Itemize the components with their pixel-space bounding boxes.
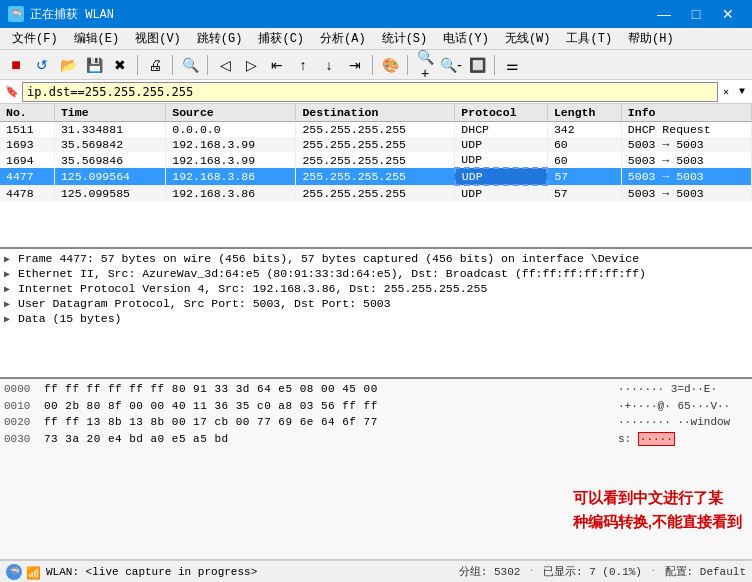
hex-row: 0020 ff ff 13 8b 13 8b 00 17 cb 00 77 69…	[4, 414, 748, 431]
minimize-button[interactable]: —	[648, 0, 680, 28]
goto-next-button[interactable]: ↓	[317, 53, 341, 77]
profile: 配置: Default	[665, 564, 746, 579]
hex-row: 0030 73 3a 20 e4 bd a0 e5 a5 bd s: ·····	[4, 431, 748, 448]
window-controls: — □ ✕	[648, 0, 744, 28]
detail-text-0: Frame 4477: 57 bytes on wire (456 bits),…	[18, 252, 748, 265]
packet-table: No. Time Source Destination Protocol Len…	[0, 104, 752, 201]
toolbar: ■ ↺ 📂 💾 ✖ 🖨 🔍 ◁ ▷ ⇤ ↑ ↓ ⇥ 🎨 🔍+ 🔍- 🔲 ⚌	[0, 50, 752, 80]
toolbar-separator-3	[207, 55, 208, 75]
goto-prev-button[interactable]: ↑	[291, 53, 315, 77]
hex-offset: 0030	[4, 431, 44, 448]
find-button[interactable]: 🔍	[178, 53, 202, 77]
status-icon: 🦈	[6, 564, 22, 580]
wifi-icon: 📶	[26, 566, 42, 578]
colorize-button[interactable]: 🎨	[378, 53, 402, 77]
menu-wireless[interactable]: 无线(W)	[497, 28, 559, 49]
detail-arrow-1: ▶	[4, 268, 18, 280]
col-protocol[interactable]: Protocol	[455, 104, 548, 122]
zoom-out-button[interactable]: 🔍-	[439, 53, 463, 77]
detail-item[interactable]: ▶Frame 4477: 57 bytes on wire (456 bits)…	[0, 251, 752, 266]
detail-text-4: Data (15 bytes)	[18, 312, 748, 325]
hex-pane: 0000 ff ff ff ff ff ff 80 91 33 3d 64 e5…	[0, 379, 752, 560]
menu-capture[interactable]: 捕获(C)	[250, 28, 312, 49]
detail-text-3: User Datagram Protocol, Src Port: 5003, …	[18, 297, 748, 310]
menu-edit[interactable]: 编辑(E)	[66, 28, 128, 49]
save-button[interactable]: 💾	[82, 53, 106, 77]
close-file-button[interactable]: ✖	[108, 53, 132, 77]
hex-ascii: ······· 3=d··E·	[608, 381, 748, 398]
hex-row: 0010 00 2b 80 8f 00 00 40 11 36 35 c0 a8…	[4, 398, 748, 415]
status-divider-1: ·	[528, 564, 535, 579]
app-icon: 🦈	[8, 6, 24, 22]
status-right: 分组: 5302 · 已显示: 7 (0.1%) · 配置: Default	[459, 564, 746, 579]
menu-analyze[interactable]: 分析(A)	[312, 28, 374, 49]
packet-list[interactable]: No. Time Source Destination Protocol Len…	[0, 104, 752, 249]
table-row[interactable]: 169435.569846192.168.3.99255.255.255.255…	[0, 152, 752, 168]
table-row[interactable]: 4478125.099585192.168.3.86255.255.255.25…	[0, 185, 752, 201]
print-button[interactable]: 🖨	[143, 53, 167, 77]
filter-clear-button[interactable]: ✕	[718, 82, 734, 102]
hex-bytes: 73 3a 20 e4 bd a0 e5 a5 bd	[44, 431, 608, 448]
col-source[interactable]: Source	[166, 104, 296, 122]
detail-arrow-2: ▶	[4, 283, 18, 295]
hex-row: 0000 ff ff ff ff ff ff 80 91 33 3d 64 e5…	[4, 381, 748, 398]
menu-goto[interactable]: 跳转(G)	[189, 28, 251, 49]
hex-ascii: s: ·····	[608, 431, 748, 448]
table-row[interactable]: 169335.569842192.168.3.99255.255.255.255…	[0, 137, 752, 152]
zoom-reset-button[interactable]: 🔲	[465, 53, 489, 77]
menu-help[interactable]: 帮助(H)	[620, 28, 682, 49]
col-no[interactable]: No.	[0, 104, 54, 122]
zoom-in-button[interactable]: 🔍+	[413, 53, 437, 77]
col-destination[interactable]: Destination	[296, 104, 455, 122]
resize-columns-button[interactable]: ⚌	[500, 53, 524, 77]
goto-last-button[interactable]: ⇥	[343, 53, 367, 77]
toolbar-separator-6	[494, 55, 495, 75]
menu-phone[interactable]: 电话(Y)	[435, 28, 497, 49]
back-button[interactable]: ◁	[213, 53, 237, 77]
toolbar-separator-1	[137, 55, 138, 75]
toolbar-separator-2	[172, 55, 173, 75]
detail-pane: ▶Frame 4477: 57 bytes on wire (456 bits)…	[0, 249, 752, 379]
detail-arrow-4: ▶	[4, 313, 18, 325]
detail-item[interactable]: ▶Data (15 bytes)	[0, 311, 752, 326]
status-divider-2: ·	[650, 564, 657, 579]
detail-item[interactable]: ▶Internet Protocol Version 4, Src: 192.1…	[0, 281, 752, 296]
table-row[interactable]: 4477125.099564192.168.3.86255.255.255.25…	[0, 168, 752, 185]
table-row[interactable]: 151131.3348810.0.0.0255.255.255.255DHCP3…	[0, 122, 752, 138]
filter-icon: 🔖	[2, 82, 22, 102]
menu-stats[interactable]: 统计(S)	[374, 28, 436, 49]
hex-bytes: 00 2b 80 8f 00 00 40 11 36 35 c0 a8 03 5…	[44, 398, 608, 415]
hex-offset: 0000	[4, 381, 44, 398]
menu-file[interactable]: 文件(F)	[4, 28, 66, 49]
detail-item[interactable]: ▶User Datagram Protocol, Src Port: 5003,…	[0, 296, 752, 311]
close-button[interactable]: ✕	[712, 0, 744, 28]
maximize-button[interactable]: □	[680, 0, 712, 28]
hex-ascii: ········ ··window	[608, 414, 748, 431]
annotation: 可以看到中文进行了某 种编码转换,不能直接看到	[573, 486, 742, 534]
hex-ascii: ·+····@· 65···V··	[608, 398, 748, 415]
filter-bar: 🔖 ✕ ▼	[0, 80, 752, 104]
displayed-count: 已显示: 7 (0.1%)	[543, 564, 642, 579]
menu-tools[interactable]: 工具(T)	[558, 28, 620, 49]
detail-text-2: Internet Protocol Version 4, Src: 192.16…	[18, 282, 748, 295]
col-time[interactable]: Time	[54, 104, 165, 122]
toolbar-separator-5	[407, 55, 408, 75]
detail-arrow-0: ▶	[4, 253, 18, 265]
filter-input[interactable]	[22, 82, 718, 102]
restart-button[interactable]: ↺	[30, 53, 54, 77]
col-info[interactable]: Info	[621, 104, 751, 122]
status-bar: 🦈 📶 WLAN: <live capture in progress> 分组:…	[0, 560, 752, 582]
stop-capture-button[interactable]: ■	[4, 53, 28, 77]
open-file-button[interactable]: 📂	[56, 53, 80, 77]
menu-bar: 文件(F) 编辑(E) 视图(V) 跳转(G) 捕获(C) 分析(A) 统计(S…	[0, 28, 752, 50]
title-bar: 🦈 正在捕获 WLAN — □ ✕	[0, 0, 752, 28]
forward-button[interactable]: ▷	[239, 53, 263, 77]
toolbar-separator-4	[372, 55, 373, 75]
window-title: 正在捕获 WLAN	[30, 6, 114, 23]
col-length[interactable]: Length	[547, 104, 621, 122]
detail-item[interactable]: ▶Ethernet II, Src: AzureWav_3d:64:e5 (80…	[0, 266, 752, 281]
filter-arrow-button[interactable]: ▼	[734, 82, 750, 102]
menu-view[interactable]: 视图(V)	[127, 28, 189, 49]
capture-status: WLAN: <live capture in progress>	[46, 566, 455, 578]
goto-first-button[interactable]: ⇤	[265, 53, 289, 77]
